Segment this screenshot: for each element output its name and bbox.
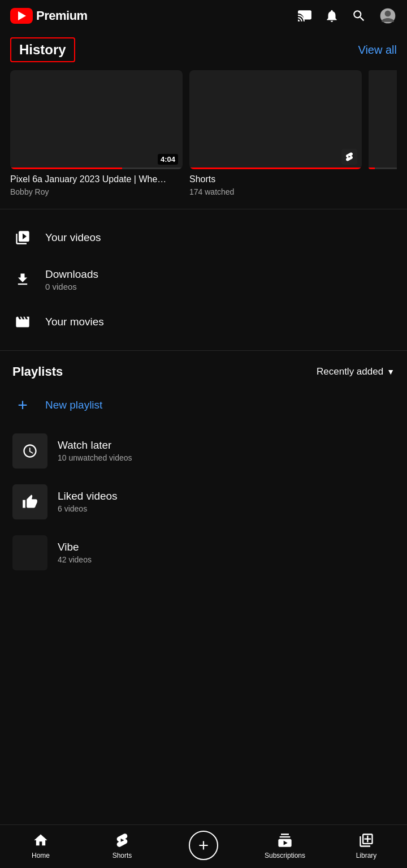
nav-library[interactable]: Library [326, 831, 407, 860]
your-movies-item[interactable]: Your movies [0, 302, 407, 342]
video-icon [12, 227, 33, 248]
nav-home[interactable]: Home [0, 831, 81, 860]
header-actions [297, 7, 397, 25]
nav-subscriptions[interactable]: Subscriptions [244, 831, 326, 860]
history-section: History View all 4:04 Pixel 6a January 2… [0, 32, 407, 205]
thumbnail-1: 4:04 [10, 70, 183, 169]
library-icon [357, 831, 375, 849]
shorts-label: Shorts [112, 852, 132, 860]
progress-fill-2 [189, 167, 362, 169]
nav-create[interactable] [163, 831, 244, 860]
clock-icon [12, 433, 47, 469]
library-label: Library [356, 852, 377, 860]
vibe-text: Vibe 42 videos [58, 541, 92, 564]
bell-icon[interactable] [324, 8, 339, 23]
yt-icon [10, 8, 33, 24]
video-subtitle-2: 174 watched [189, 187, 362, 196]
your-movies-label: Your movies [45, 316, 104, 328]
progress-fill-1 [10, 167, 122, 169]
history-item-2[interactable]: Shorts 174 watched [189, 70, 362, 196]
watch-later-text: Watch later 10 unwatched videos [58, 439, 132, 462]
watch-later-count: 10 unwatched videos [58, 453, 132, 462]
vibe-thumbnail [12, 535, 47, 570]
home-icon [32, 831, 50, 849]
play-triangle [18, 11, 26, 20]
subscriptions-icon [276, 831, 294, 849]
download-icon [12, 269, 33, 290]
history-item-1[interactable]: 4:04 Pixel 6a January 2023 Update | Whe…… [10, 70, 183, 196]
new-playlist-label: New playlist [45, 399, 102, 411]
app-title: Premium [36, 8, 88, 23]
view-all-button[interactable]: View all [358, 44, 397, 57]
thumbnail-3 [369, 70, 397, 169]
youtube-logo: Premium [10, 8, 88, 24]
plus-icon: + [12, 395, 33, 415]
divider-2 [0, 350, 407, 351]
progress-bar-3 [369, 167, 397, 169]
your-videos-item[interactable]: Your videos [0, 217, 407, 258]
thumbnail-2 [189, 70, 362, 169]
nav-shorts[interactable]: Shorts [81, 831, 163, 860]
liked-videos-text: Liked videos 6 videos [58, 490, 118, 513]
history-title: History [19, 42, 66, 57]
video-title-1: Pixel 6a January 2023 Update | Whe… [10, 174, 183, 186]
downloads-sublabel: 0 videos [45, 282, 98, 291]
your-movies-text: Your movies [45, 316, 104, 328]
downloads-item[interactable]: Downloads 0 videos [0, 258, 407, 302]
movie-icon [12, 312, 33, 332]
vibe-item[interactable]: Vibe 42 videos [12, 527, 395, 578]
home-label: Home [32, 852, 50, 860]
your-videos-text: Your videos [45, 231, 101, 244]
divider-1 [0, 209, 407, 209]
downloads-text: Downloads 0 videos [45, 268, 98, 291]
history-header: History View all [10, 37, 397, 62]
duration-badge-1: 4:04 [158, 154, 178, 165]
history-title-box[interactable]: History [10, 37, 75, 62]
liked-videos-item[interactable]: Liked videos 6 videos [12, 476, 395, 527]
logo-area: Premium [10, 8, 88, 24]
video-title-2: Shorts [189, 174, 362, 186]
vibe-name: Vibe [58, 541, 92, 553]
subscriptions-label: Subscriptions [265, 852, 305, 860]
liked-videos-count: 6 videos [58, 504, 118, 513]
watch-later-item[interactable]: Watch later 10 unwatched videos [12, 426, 395, 476]
history-thumbnails: 4:04 Pixel 6a January 2023 Update | Whe…… [10, 70, 397, 205]
downloads-label: Downloads [45, 268, 98, 281]
watch-later-name: Watch later [58, 439, 132, 452]
sort-label: Recently added [317, 366, 383, 377]
shorts-badge [341, 149, 357, 165]
progress-bar-1 [10, 167, 183, 169]
sort-dropdown[interactable]: Recently added ▼ [317, 366, 395, 377]
header: Premium [0, 0, 407, 32]
your-videos-label: Your videos [45, 231, 101, 244]
video-subtitle-1: Bobby Roy [10, 187, 183, 196]
profile-icon[interactable] [379, 7, 397, 25]
menu-section: Your videos Downloads 0 videos [0, 213, 407, 347]
cast-icon[interactable] [297, 8, 312, 23]
bottom-nav: Home Shorts Subscriptions [0, 824, 407, 868]
thumbup-icon [12, 484, 47, 519]
playlists-section: Playlists Recently added ▼ + New playlis… [0, 354, 407, 578]
playlists-header: Playlists Recently added ▼ [12, 364, 395, 379]
playlists-title: Playlists [12, 364, 63, 379]
liked-videos-name: Liked videos [58, 490, 118, 502]
progress-bar-2 [189, 167, 362, 169]
add-button[interactable] [189, 831, 218, 860]
chevron-down-icon: ▼ [387, 367, 395, 376]
progress-fill-3 [369, 167, 375, 169]
new-playlist-item[interactable]: + New playlist [12, 385, 395, 426]
vibe-count: 42 videos [58, 555, 92, 564]
search-icon[interactable] [352, 8, 366, 23]
history-item-3[interactable] [369, 70, 397, 196]
shorts-icon [113, 831, 131, 849]
